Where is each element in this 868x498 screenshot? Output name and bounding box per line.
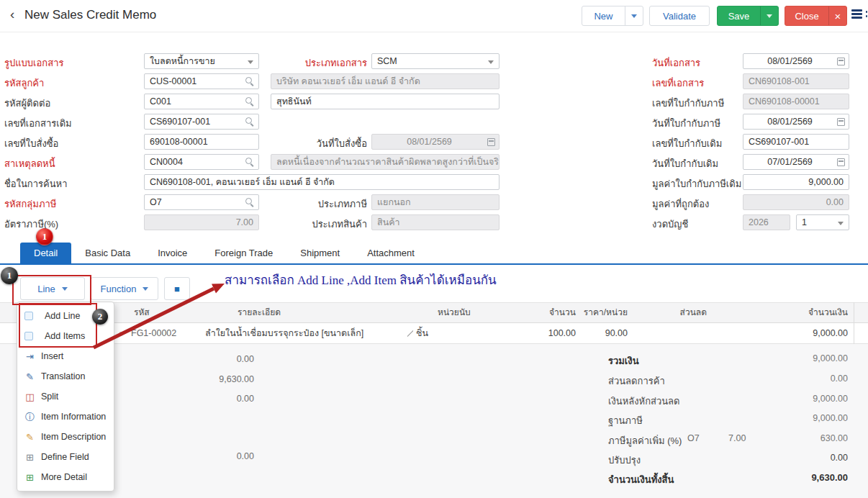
item-description-cell[interactable]: ลำใยในน้ำเชื่อมบรรจุกระป๋อง [ขนาดเล็ก] [205,323,363,343]
left-summary-value-3: 0.00 [182,394,254,404]
search-name-field[interactable]: CN690108-001, คอนเวเยอร์ เอ็ม แอนด์ อี จ… [144,174,499,190]
menu-item-label: Item Description [41,432,106,442]
tax-rate-field: 7.00 [144,214,259,230]
menu-item-split[interactable]: ◫Split [17,386,114,407]
row-expander-icon[interactable]: ▾ [119,323,124,343]
translation-icon: ✎ [24,372,35,381]
doc-type-select[interactable]: SCM [371,53,499,69]
edit-mark-icon [407,330,413,337]
po-no-field[interactable]: 690108-00001 [144,134,259,150]
tab-foreign-trade[interactable]: Foreign Trade [201,243,286,263]
column-divider [854,302,854,344]
menu-item-insert[interactable]: ⇥Insert [17,346,114,366]
calendar-icon[interactable] [837,118,845,126]
tab-bar: Detail Basic Data Invoice Foreign Trade … [0,243,868,265]
tax-group-search[interactable]: O7 [144,194,259,210]
menu-item-define-field[interactable]: ⊞Define Field [17,447,114,467]
tab-invoice[interactable]: Invoice [144,243,201,263]
close-x-icon[interactable]: × [828,6,846,25]
search-icon [245,117,252,124]
annotation-note: สามารถเลือก Add Line ,Add Item สินค้าได้… [225,270,497,289]
contact-code-label: รหัสผู้ติดต่อ [4,96,50,112]
back-icon[interactable]: ‹ [10,6,14,22]
column-header-unit: หน่วยนับ [438,303,471,322]
new-button[interactable]: New [582,6,643,26]
after-discount-label: เงินหลังหักส่วนลด [608,394,680,409]
close-button-label[interactable]: Close [785,6,828,25]
menu-item-item-information[interactable]: ⓘItem Information [17,407,114,427]
validate-button[interactable]: Validate [649,6,710,26]
tab-basic-data[interactable]: Basic Data [71,243,144,263]
close-button[interactable]: Close × [785,6,847,26]
column-header-qty: จำนวน [518,303,576,322]
tab-detail[interactable]: Detail [20,243,71,263]
menu-item-label: More Detail [41,472,87,482]
tax-invoice-date-label: วันที่ใบกำกับภาษี [652,116,720,132]
save-dropdown-caret[interactable] [760,6,778,25]
new-button-label[interactable]: New [582,6,625,25]
caret-down-icon [631,14,637,18]
customer-name-field: บริษัท คอนเวเยอร์ เอ็ม แอนด์ อี จำกัด [271,73,499,89]
correct-value-field: 0.00 [743,194,849,210]
search-icon [245,158,252,164]
column-header-amount: จำนวนเงิน [776,303,848,322]
function-button[interactable]: Function [91,277,158,300]
annotation-badge-1-dark: 1 [1,267,18,284]
menu-item-more-detail[interactable]: ⊞More Detail [17,467,114,487]
calendar-icon[interactable] [837,158,845,166]
customer-code-search[interactable]: CUS-00001 [144,73,259,89]
tab-shipment[interactable]: Shipment [286,243,353,263]
tab-attachment[interactable]: Attachment [353,243,428,263]
split-icon: ◫ [24,392,35,402]
column-header-code: รหัส [134,303,150,322]
doc-date-label: วันที่เอกสาร [652,55,700,71]
grid-header: รหัส รายละเอียด หน่วยนับ จำนวน ราคา/หน่ว… [0,302,868,323]
item-row[interactable]: ▾ FG1-00002 ลำใยในน้ำเชื่อมบรรจุกระป๋อง … [0,323,868,344]
calendar-icon[interactable] [837,58,845,65]
menu-item-label: Split [41,391,58,402]
square-icon: ■ [174,284,180,294]
orig-invoice-date-label: วันที่ใบกำกับเดิม [652,156,718,172]
contact-name-field[interactable]: สุทธินันท์ [271,94,499,109]
caret-down-icon [767,14,772,18]
validate-button-label: Validate [650,6,709,25]
orig-invoice-date-field[interactable]: 07/01/2569 [743,154,849,170]
select-caret-icon [488,60,494,64]
left-summary-value-1: 0.00 [182,354,254,364]
menu-item-translation[interactable]: ✎Translation [17,366,114,386]
tax-invoice-date-field[interactable]: 08/01/2569 [743,114,849,130]
orig-doc-no-label: เลขที่เอกสารเดิม [4,116,72,132]
more-detail-icon: ⊞ [24,473,35,482]
menu-hamburger-icon[interactable] [851,9,867,22]
period-select[interactable]: 1 [796,214,849,230]
item-amount-cell[interactable]: 9,000.00 [776,323,848,343]
menu-item-item-description[interactable]: ✎Item Description [17,427,114,447]
item-code-cell[interactable]: FG1-00002 [131,323,176,343]
save-button[interactable]: Save [717,6,779,26]
doc-date-field[interactable]: 08/01/2569 [743,53,849,69]
reason-code-search[interactable]: CN0004 [144,154,259,170]
doc-format-select[interactable]: ใบลดหนี้การขาย [144,53,259,69]
item-unit-cell[interactable]: ชิ้น [416,323,428,343]
contact-code-search[interactable]: C001 [144,94,259,109]
grand-total-value: 9,630.00 [776,472,848,483]
search-icon [245,97,252,104]
sales-credit-memo-page: ‹ New Sales Credit Memo New Validate Sav… [0,0,868,498]
orig-invoice-no-field[interactable]: CS690107-001 [743,134,849,150]
orig-doc-no-search[interactable]: CS690107-001 [144,114,259,130]
vat-value: 630.00 [776,433,848,443]
orig-tax-value-field[interactable]: 9,000.00 [743,174,849,190]
item-qty-cell[interactable]: 100.00 [518,323,576,343]
calendar-icon [487,138,495,146]
column-header-discount: ส่วนลด [649,303,707,322]
caret-down-icon [143,287,148,291]
item-description-icon: ✎ [24,433,35,442]
search-icon [245,77,252,83]
column-layout-button[interactable]: ■ [164,277,190,300]
menu-item-label: Item Information [41,412,106,422]
save-button-label[interactable]: Save [718,6,760,25]
item-unit-price-cell[interactable]: 90.00 [570,323,628,343]
annotation-badge-1-red: 1 [36,228,53,245]
new-dropdown-caret[interactable] [625,6,643,25]
total-label: รวมเงิน [608,353,639,368]
